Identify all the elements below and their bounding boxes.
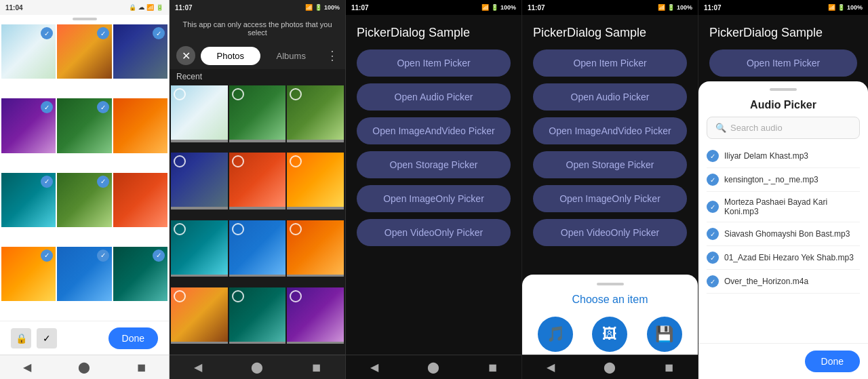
status-bar-2: 11:07 📶 🔋 100% — [170, 0, 345, 15]
open-audio-picker-btn[interactable]: Open Audio Picker — [357, 83, 511, 111]
open-imageandvideo-picker-btn-4[interactable]: Open ImageAndVideo Picker — [533, 117, 687, 144]
audio-item[interactable]: ✓ Iliyar Delam Khast.mp3 — [707, 144, 860, 168]
nav-bar-3: ◀ ⬤ ◼ — [346, 355, 521, 379]
check-icon-4: ✓ — [707, 228, 719, 240]
search-bar[interactable]: 🔍 Search audio — [707, 117, 860, 139]
audio-item[interactable]: ✓ Siavash Ghomayshi Bon Bast.mp3 — [707, 222, 860, 246]
status-bar-4: 11:07 📶 🔋 100% — [522, 0, 698, 15]
open-videoonly-picker-btn-4[interactable]: Open VideoOnly Picker — [533, 219, 687, 246]
open-imageandvideo-picker-btn[interactable]: Open ImageAndVideo Picker — [357, 117, 511, 144]
done-button[interactable]: Done — [108, 327, 158, 349]
photo-grid: ✓ ✓ ✓ ✓ ✓ ✓ ✓ ✓ ✓ ✓ — [0, 23, 169, 321]
photo-cell[interactable]: ✓ — [1, 24, 56, 79]
icon-row: 🔒 ✓ — [11, 328, 57, 348]
nav-bar: ◀ ⬤ ◼ — [0, 355, 169, 379]
select-circle — [232, 155, 244, 167]
audio-done-row: Done — [698, 343, 868, 379]
audio-done-button[interactable]: Done — [805, 351, 860, 372]
photo-cell[interactable] — [171, 85, 228, 142]
status-time-2: 11:07 — [175, 4, 193, 12]
photo-cell[interactable]: ✓ — [1, 247, 56, 301]
sheet-handle — [597, 283, 624, 285]
recents-icon-4[interactable]: ◼ — [665, 361, 673, 374]
audio-filename: kensington_-_no_me.mp3 — [724, 175, 818, 184]
check-icon-6: ✓ — [707, 275, 719, 287]
check-circle: ✓ — [41, 176, 53, 188]
photo-cell[interactable] — [229, 287, 286, 344]
bottom-bar: 🔒 ✓ Done — [0, 321, 169, 355]
image-video-icon: 🖼 — [592, 317, 627, 352]
audio-picker-sheet: Audio Picker 🔍 Search audio ✓ Iliyar Del… — [698, 81, 868, 379]
photo-cell[interactable]: ✓ — [57, 24, 111, 79]
recents-icon[interactable]: ◼ — [137, 361, 146, 374]
more-button[interactable]: ⋮ — [326, 48, 338, 63]
photo-cell[interactable]: ✓ — [1, 173, 56, 227]
photo-cell[interactable] — [171, 287, 228, 344]
photo-cell[interactable] — [113, 173, 167, 227]
audio-item[interactable]: ✓ 01_Azad Ebi Hezaro Yek Shab.mp3 — [707, 246, 860, 270]
photo-cell[interactable] — [287, 287, 344, 344]
open-videoonly-picker-btn[interactable]: Open VideoOnly Picker — [357, 219, 511, 246]
photo-cell[interactable] — [113, 98, 167, 153]
photo-cell[interactable] — [287, 220, 344, 277]
recents-icon-3[interactable]: ◼ — [488, 361, 497, 374]
audio-item[interactable]: ✓ kensington_-_no_me.mp3 — [707, 168, 860, 192]
check-icon-2: ✓ — [707, 174, 719, 186]
permission-banner: This app can only access the photos that… — [170, 15, 345, 42]
open-item-picker-btn-4[interactable]: Open Item Picker — [533, 49, 687, 77]
photo-cell[interactable]: ✓ — [1, 98, 56, 153]
select-circle — [174, 223, 186, 235]
photo-cell[interactable]: ✓ — [113, 24, 167, 79]
panel-audio-picker: 11:07 📶 🔋 100% PickerDialog Sample Open … — [698, 0, 868, 379]
open-audio-picker-btn-4[interactable]: Open Audio Picker — [533, 83, 687, 111]
photo-cell[interactable] — [229, 220, 286, 277]
tab-container: Photos Albums — [201, 47, 321, 65]
photo-cell[interactable]: ✓ — [57, 98, 111, 153]
check-circle: ✓ — [153, 27, 165, 39]
panel-picker-dialog-sheet: 11:07 📶 🔋 100% PickerDialog Sample Open … — [522, 0, 698, 379]
check-icon-1: ✓ — [707, 150, 719, 162]
audio-item[interactable]: ✓ Over_the_Horizon.m4a — [707, 270, 860, 294]
picker-header: ✕ Photos Albums ⋮ — [170, 42, 345, 69]
check-circle: ✓ — [97, 250, 109, 262]
back-icon-3[interactable]: ◀ — [370, 361, 378, 374]
select-circle — [232, 88, 244, 100]
open-storage-picker-btn-4[interactable]: Open Storage Picker — [533, 151, 687, 178]
select-circle — [174, 88, 186, 100]
photo-cell[interactable] — [287, 85, 344, 142]
tab-photos[interactable]: Photos — [201, 47, 260, 65]
photo-cell[interactable]: ✓ — [57, 173, 111, 227]
open-imageonly-picker-btn-4[interactable]: Open ImageOnly Picker — [533, 185, 687, 212]
photo-cell[interactable] — [171, 220, 228, 277]
audio-item[interactable]: ✓ Morteza Pashaei Bayad Kari Koni.mp3 — [707, 192, 860, 222]
tab-albums[interactable]: Albums — [262, 47, 321, 65]
open-item-picker-btn[interactable]: Open Item Picker — [357, 49, 511, 77]
photo-cell[interactable] — [171, 153, 228, 210]
photo-cell[interactable]: ✓ — [113, 247, 167, 301]
audio-filename: Siavash Ghomayshi Bon Bast.mp3 — [724, 229, 850, 239]
select-circle — [232, 223, 244, 235]
photo-cell[interactable] — [229, 153, 286, 210]
panel-picker-dialog: 11:07 📶 🔋 100% PickerDialog Sample Open … — [346, 0, 522, 379]
close-button[interactable]: ✕ — [176, 46, 195, 65]
home-icon[interactable]: ⬤ — [78, 361, 90, 374]
back-icon-2[interactable]: ◀ — [194, 361, 202, 374]
photo-cell[interactable]: ✓ — [57, 247, 111, 301]
back-icon-4[interactable]: ◀ — [547, 361, 555, 374]
audio-list: ✓ Iliyar Delam Khast.mp3 ✓ kensington_-_… — [698, 144, 868, 343]
status-bar-5: 11:07 📶 🔋 100% — [698, 0, 868, 15]
home-icon-4[interactable]: ⬤ — [604, 361, 616, 374]
photo-cell[interactable] — [229, 85, 286, 142]
open-item-picker-btn-5[interactable]: Open Item Picker — [709, 49, 857, 77]
open-storage-picker-btn[interactable]: Open Storage Picker — [357, 151, 511, 178]
recents-icon-2[interactable]: ◼ — [312, 361, 321, 374]
photo-cell[interactable] — [287, 153, 344, 210]
status-time-3: 11:07 — [351, 4, 369, 12]
audio-filename: Over_the_Horizon.m4a — [724, 277, 808, 286]
open-imageonly-picker-btn[interactable]: Open ImageOnly Picker — [357, 185, 511, 212]
back-icon[interactable]: ◀ — [23, 361, 31, 374]
home-icon-3[interactable]: ⬤ — [427, 361, 439, 374]
picker-dialog-bg: PickerDialog Sample Open Item Picker Ope… — [346, 15, 521, 355]
photo-grid-2 — [170, 84, 345, 355]
home-icon-2[interactable]: ⬤ — [251, 361, 263, 374]
